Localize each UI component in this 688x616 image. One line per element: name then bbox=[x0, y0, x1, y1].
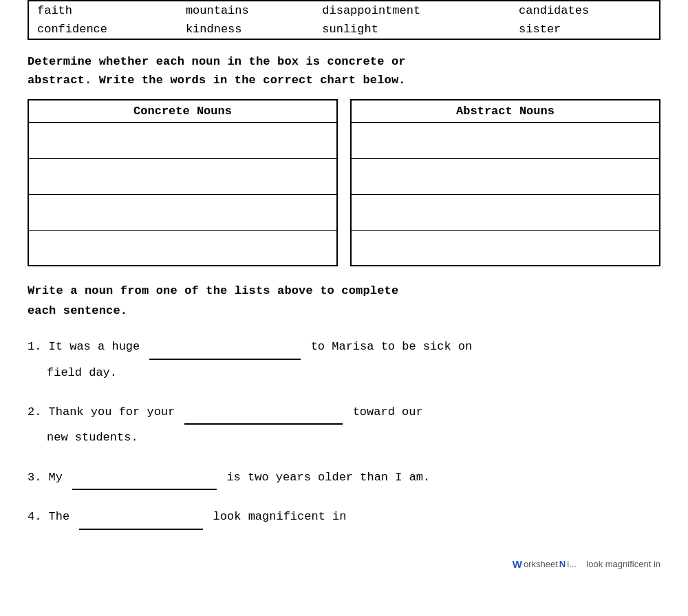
sentence-text: Thank you for your bbox=[49, 405, 182, 418]
sentence-group: 1. It was a huge to Marisa to be sick on… bbox=[28, 332, 660, 385]
concrete-cell[interactable] bbox=[28, 230, 337, 266]
abstract-nouns-table: Abstract Nouns bbox=[350, 99, 660, 266]
watermark-text: orksheet bbox=[524, 559, 558, 569]
watermark-text2: i... look magnificent in bbox=[567, 559, 660, 569]
concrete-cell[interactable] bbox=[28, 123, 337, 158]
abstract-cell[interactable] bbox=[351, 123, 660, 158]
vocab-cell: disappointment bbox=[314, 1, 510, 20]
concrete-nouns-table: Concrete Nouns bbox=[28, 99, 338, 266]
vocab-cell: confidence bbox=[29, 20, 178, 39]
abstract-nouns-header: Abstract Nouns bbox=[351, 100, 660, 123]
sentence-continuation: new students. bbox=[47, 425, 660, 450]
sentence-text: My bbox=[49, 471, 70, 484]
sentence-line: 1. It was a huge to Marisa to be sick on bbox=[28, 332, 660, 359]
sentence-instruction-line2: each sentence. bbox=[28, 304, 127, 317]
sentence-continuation: field day. bbox=[47, 360, 660, 385]
vocab-cell: kindness bbox=[178, 20, 314, 39]
fill-in-blank[interactable] bbox=[149, 332, 301, 359]
watermark-brand: N bbox=[559, 559, 566, 569]
watermark-logo: W bbox=[513, 558, 522, 570]
sentence-text: toward our bbox=[345, 405, 422, 418]
sentence-group: 4. The look magnificent in bbox=[28, 502, 660, 529]
fill-in-blank[interactable] bbox=[184, 398, 343, 425]
instruction-line1: Determine whether each noun in the box i… bbox=[28, 55, 406, 68]
vocab-cell: faith bbox=[29, 1, 178, 20]
chart-container: Concrete Nouns Abstract Nouns bbox=[28, 99, 660, 266]
abstract-cell[interactable] bbox=[351, 230, 660, 266]
sentence-group: 3. My is two years older than I am. bbox=[28, 463, 660, 490]
concrete-nouns-header: Concrete Nouns bbox=[28, 100, 337, 123]
fill-in-blank[interactable] bbox=[72, 463, 217, 490]
sentence-text: is two years older than I am. bbox=[219, 471, 430, 484]
sentence-line: 2. Thank you for your toward our bbox=[28, 398, 660, 425]
sentence-text: look magnificent in bbox=[206, 510, 346, 523]
concrete-cell[interactable] bbox=[28, 194, 337, 230]
vocab-cell: sunlight bbox=[314, 20, 510, 39]
fill-in-blank[interactable] bbox=[79, 502, 203, 529]
sentence-instructions: Write a noun from one of the lists above… bbox=[28, 282, 660, 321]
instruction-line2: abstract. Write the words in the correct… bbox=[28, 74, 406, 87]
abstract-cell[interactable] bbox=[351, 158, 660, 194]
sentence-number: 3. bbox=[28, 471, 49, 484]
sentence-number: 1. bbox=[28, 340, 49, 353]
sentence-line: 4. The look magnificent in bbox=[28, 502, 660, 529]
vocab-cell: sister bbox=[510, 20, 659, 39]
sentence-text: to Marisa to be sick on bbox=[303, 340, 472, 353]
instructions: Determine whether each noun in the box i… bbox=[28, 52, 660, 89]
concrete-cell[interactable] bbox=[28, 158, 337, 194]
sentences-container: 1. It was a huge to Marisa to be sick on… bbox=[28, 332, 660, 529]
vocab-box: faithmountainsdisappointmentcandidatesco… bbox=[28, 0, 660, 40]
page: faithmountainsdisappointmentcandidatesco… bbox=[0, 0, 688, 616]
sentence-text: The bbox=[49, 510, 77, 523]
sentence-text: It was a huge bbox=[49, 340, 147, 353]
abstract-cell[interactable] bbox=[351, 194, 660, 230]
watermark: W orksheet N i... look magnificent in bbox=[513, 558, 660, 570]
sentence-number: 2. bbox=[28, 405, 49, 418]
vocab-cell: mountains bbox=[178, 1, 314, 20]
sentence-group: 2. Thank you for your toward ournew stud… bbox=[28, 398, 660, 451]
sentence-line: 3. My is two years older than I am. bbox=[28, 463, 660, 490]
vocab-cell: candidates bbox=[510, 1, 659, 20]
sentence-number: 4. bbox=[28, 510, 49, 523]
sentence-instruction-line1: Write a noun from one of the lists above… bbox=[28, 284, 398, 297]
bottom-bar: W orksheet N i... look magnificent in bbox=[28, 542, 660, 570]
